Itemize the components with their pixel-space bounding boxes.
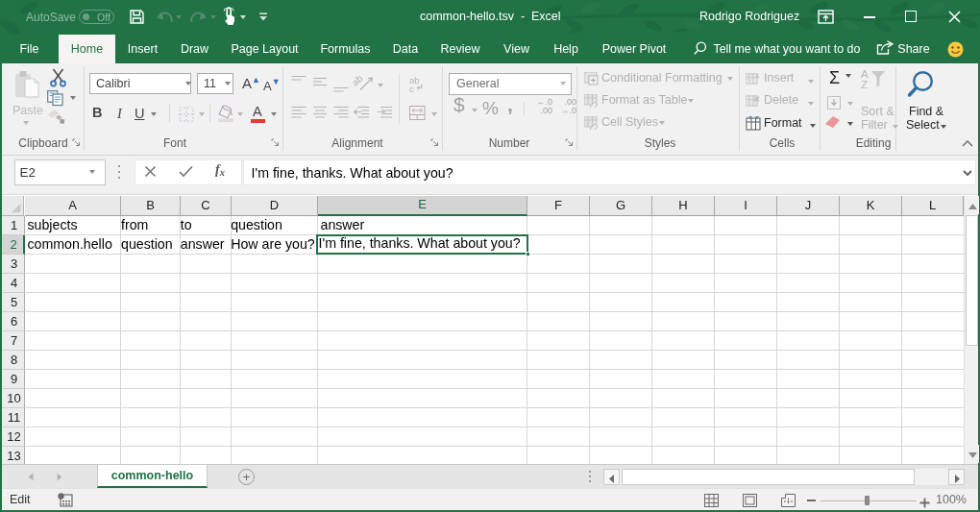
svg-text:c: c	[409, 84, 414, 94]
svg-text:ab: ab	[350, 73, 365, 88]
